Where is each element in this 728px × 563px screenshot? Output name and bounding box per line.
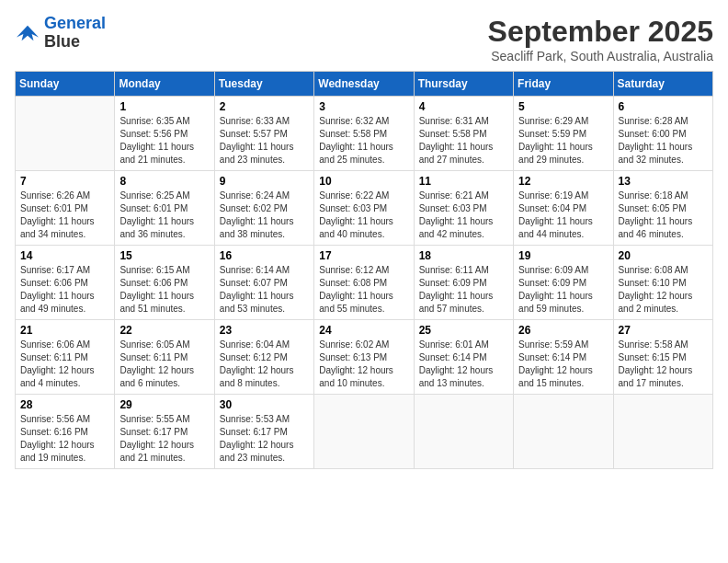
day-info: Sunrise: 6:05 AMSunset: 6:11 PMDaylight:… [119,339,209,390]
column-header-friday: Friday [514,72,613,97]
day-info: Sunrise: 6:22 AMSunset: 6:03 PMDaylight:… [319,190,408,241]
day-info: Sunrise: 6:04 AMSunset: 6:12 PMDaylight:… [220,339,309,390]
day-number: 22 [119,324,209,337]
day-number: 14 [20,249,109,262]
day-number: 4 [419,100,508,113]
day-number: 21 [20,324,109,337]
day-info: Sunrise: 5:53 AMSunset: 6:17 PMDaylight:… [220,413,309,465]
logo-icon [15,22,40,44]
calendar-cell: 11Sunrise: 6:21 AMSunset: 6:03 PMDayligh… [414,171,513,246]
day-number: 13 [619,175,708,188]
calendar-week-row: 21Sunrise: 6:06 AMSunset: 6:11 PMDayligh… [16,320,713,395]
calendar-cell: 25Sunrise: 6:01 AMSunset: 6:14 PMDayligh… [414,320,513,395]
calendar-cell: 22Sunrise: 6:05 AMSunset: 6:11 PMDayligh… [115,320,214,395]
calendar-cell: 8Sunrise: 6:25 AMSunset: 6:01 PMDaylight… [115,171,214,246]
day-number: 2 [220,100,309,113]
calendar-cell: 21Sunrise: 6:06 AMSunset: 6:11 PMDayligh… [16,320,115,395]
day-number: 11 [419,175,508,188]
calendar-cell: 9Sunrise: 6:24 AMSunset: 6:02 PMDaylight… [214,171,313,246]
day-number: 16 [220,249,309,262]
day-number: 30 [220,398,309,411]
day-number: 23 [220,324,309,337]
day-info: Sunrise: 6:32 AMSunset: 5:58 PMDaylight:… [319,115,408,167]
day-number: 20 [619,249,708,262]
calendar-cell: 2Sunrise: 6:33 AMSunset: 5:57 PMDaylight… [214,97,313,171]
calendar-cell: 26Sunrise: 5:59 AMSunset: 6:14 PMDayligh… [514,320,613,395]
calendar-cell [514,395,613,469]
calendar-cell: 12Sunrise: 6:19 AMSunset: 6:04 PMDayligh… [514,171,613,246]
day-info: Sunrise: 6:24 AMSunset: 6:02 PMDaylight:… [220,190,309,241]
svg-marker-0 [17,25,39,40]
day-info: Sunrise: 6:09 AMSunset: 6:09 PMDaylight:… [518,264,608,316]
calendar-cell: 23Sunrise: 6:04 AMSunset: 6:12 PMDayligh… [214,320,313,395]
calendar-header-row: SundayMondayTuesdayWednesdayThursdayFrid… [16,72,713,97]
day-info: Sunrise: 6:35 AMSunset: 5:56 PMDaylight:… [119,115,209,167]
day-number: 7 [20,175,109,188]
day-info: Sunrise: 6:11 AMSunset: 6:09 PMDaylight:… [419,264,508,316]
calendar-week-row: 28Sunrise: 5:56 AMSunset: 6:16 PMDayligh… [16,395,713,469]
day-info: Sunrise: 6:17 AMSunset: 6:06 PMDaylight:… [20,264,109,316]
day-info: Sunrise: 6:14 AMSunset: 6:07 PMDaylight:… [220,264,309,316]
column-header-tuesday: Tuesday [214,72,313,97]
calendar-cell: 29Sunrise: 5:55 AMSunset: 6:17 PMDayligh… [115,395,214,469]
day-number: 12 [518,175,608,188]
column-header-wednesday: Wednesday [314,72,414,97]
calendar-cell: 24Sunrise: 6:02 AMSunset: 6:13 PMDayligh… [314,320,414,395]
day-number: 15 [119,249,209,262]
calendar-cell: 5Sunrise: 6:29 AMSunset: 5:59 PMDaylight… [514,97,613,171]
column-header-sunday: Sunday [16,72,115,97]
day-info: Sunrise: 6:26 AMSunset: 6:01 PMDaylight:… [20,190,109,241]
logo-text: GeneralBlue [44,15,106,52]
day-number: 26 [518,324,608,337]
day-number: 24 [319,324,408,337]
calendar-cell: 30Sunrise: 5:53 AMSunset: 6:17 PMDayligh… [214,395,313,469]
location-subtitle: Seacliff Park, South Australia, Australi… [488,49,713,63]
day-number: 18 [419,249,508,262]
calendar-cell: 6Sunrise: 6:28 AMSunset: 6:00 PMDaylight… [613,97,712,171]
column-header-monday: Monday [115,72,214,97]
calendar-week-row: 1Sunrise: 6:35 AMSunset: 5:56 PMDaylight… [16,97,713,171]
day-info: Sunrise: 6:18 AMSunset: 6:05 PMDaylight:… [619,190,708,241]
calendar-cell: 18Sunrise: 6:11 AMSunset: 6:09 PMDayligh… [414,246,513,320]
day-info: Sunrise: 5:59 AMSunset: 6:14 PMDaylight:… [518,339,608,390]
calendar-cell: 3Sunrise: 6:32 AMSunset: 5:58 PMDaylight… [314,97,414,171]
column-header-saturday: Saturday [613,72,712,97]
day-number: 28 [20,398,109,411]
day-number: 29 [119,398,209,411]
calendar-cell [613,395,712,469]
day-number: 27 [619,324,708,337]
calendar-cell [16,97,115,171]
calendar-cell [314,395,414,469]
calendar-cell: 7Sunrise: 6:26 AMSunset: 6:01 PMDaylight… [16,171,115,246]
day-info: Sunrise: 6:31 AMSunset: 5:58 PMDaylight:… [419,115,508,167]
calendar-cell: 16Sunrise: 6:14 AMSunset: 6:07 PMDayligh… [214,246,313,320]
day-info: Sunrise: 6:01 AMSunset: 6:14 PMDaylight:… [419,339,508,390]
day-info: Sunrise: 6:21 AMSunset: 6:03 PMDaylight:… [419,190,508,241]
day-info: Sunrise: 6:08 AMSunset: 6:10 PMDaylight:… [619,264,708,316]
day-number: 8 [119,175,209,188]
day-number: 5 [518,100,608,113]
day-number: 10 [319,175,408,188]
day-info: Sunrise: 6:29 AMSunset: 5:59 PMDaylight:… [518,115,608,167]
calendar-cell: 17Sunrise: 6:12 AMSunset: 6:08 PMDayligh… [314,246,414,320]
day-info: Sunrise: 5:55 AMSunset: 6:17 PMDaylight:… [119,413,209,465]
day-number: 9 [220,175,309,188]
day-info: Sunrise: 6:25 AMSunset: 6:01 PMDaylight:… [119,190,209,241]
calendar-cell: 15Sunrise: 6:15 AMSunset: 6:06 PMDayligh… [115,246,214,320]
calendar-week-row: 14Sunrise: 6:17 AMSunset: 6:06 PMDayligh… [16,246,713,320]
day-number: 19 [518,249,608,262]
day-info: Sunrise: 6:06 AMSunset: 6:11 PMDaylight:… [20,339,109,390]
calendar-cell: 4Sunrise: 6:31 AMSunset: 5:58 PMDaylight… [414,97,513,171]
calendar-cell: 1Sunrise: 6:35 AMSunset: 5:56 PMDaylight… [115,97,214,171]
day-info: Sunrise: 6:15 AMSunset: 6:06 PMDaylight:… [119,264,209,316]
day-number: 17 [319,249,408,262]
day-info: Sunrise: 6:28 AMSunset: 6:00 PMDaylight:… [619,115,708,167]
calendar-cell: 27Sunrise: 5:58 AMSunset: 6:15 PMDayligh… [613,320,712,395]
page-header: GeneralBlue September 2025 Seacliff Park… [15,15,713,63]
day-info: Sunrise: 6:12 AMSunset: 6:08 PMDaylight:… [319,264,408,316]
day-info: Sunrise: 6:02 AMSunset: 6:13 PMDaylight:… [319,339,408,390]
month-title: September 2025 [488,15,713,49]
calendar-table: SundayMondayTuesdayWednesdayThursdayFrid… [15,71,713,469]
day-info: Sunrise: 6:19 AMSunset: 6:04 PMDaylight:… [518,190,608,241]
calendar-cell: 20Sunrise: 6:08 AMSunset: 6:10 PMDayligh… [613,246,712,320]
